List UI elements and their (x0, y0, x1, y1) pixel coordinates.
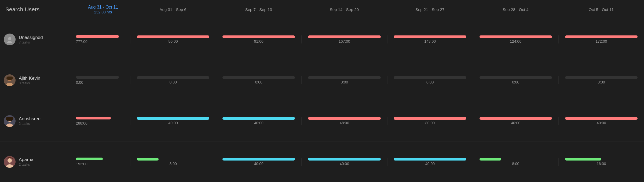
week-cell-anushsree-3: 80:00 (387, 117, 473, 125)
user-name-aparna: Aparna (19, 157, 34, 162)
total-date-cell: Aug 31 - Oct 11 232:00 hrs (74, 0, 130, 19)
week-hours-ajith-1: 0:00 (255, 80, 262, 84)
svg-rect-6 (6, 77, 13, 80)
week-bar-container-aparna-1 (222, 158, 295, 161)
week-bar-aparna-2 (308, 158, 380, 161)
week-cell-anushsree-5: 40:00 (558, 117, 644, 125)
week-cell-unassigned-1: 91:00 (216, 35, 301, 43)
week-bar-ajith-1 (222, 76, 295, 79)
user-row-aparna: Aparna 2 tasks 152:00 8:00 (0, 141, 644, 182)
week-hours-unassigned-3: 143:00 (424, 39, 436, 43)
total-bar-fill-aparna (76, 158, 103, 160)
svg-point-13 (10, 120, 11, 121)
week-bar-container-ajith-3 (394, 76, 466, 79)
total-bar-unassigned (76, 35, 124, 38)
week-cell-aparna-1: 40:00 (216, 158, 301, 166)
week-bar-unassigned-4 (480, 35, 552, 38)
week-bar-unassigned-2 (308, 35, 380, 38)
week-cell-unassigned-5: 172:00 (558, 35, 644, 43)
week-header-1: Sep 7 - Sep 13 (216, 7, 301, 12)
week-header-0: Aug 31 - Sep 6 (130, 7, 216, 12)
week-bar-container-ajith-5 (565, 76, 638, 79)
user-row-unassigned: Unassigned 7 tasks 777:00 80:00 (0, 19, 644, 60)
app-container: Search Users Aug 31 - Oct 11 232:00 hrs … (0, 0, 644, 182)
week-cell-ajith-3: 0:00 (387, 76, 473, 84)
total-date-range: Aug 31 - Oct 11 (88, 5, 118, 10)
week-hours-unassigned-0: 80:00 (169, 39, 178, 43)
total-bar-fill-ajith (76, 76, 119, 79)
avatar-unassigned (4, 34, 16, 45)
week-hours-ajith-0: 0:00 (169, 80, 177, 84)
search-users-label[interactable]: Search Users (5, 6, 39, 13)
week-cell-unassigned-0: 80:00 (130, 35, 216, 43)
week-hours-anushsree-0: 40:00 (169, 121, 178, 125)
week-cell-anushsree-4: 40:00 (473, 117, 558, 125)
week-bar-container-aparna-4 (480, 158, 552, 161)
week-hours-aparna-1: 40:00 (254, 162, 264, 166)
week-bar-aparna-4 (480, 158, 501, 161)
week-bar-container-anushsree-5 (565, 117, 638, 120)
user-name-unassigned: Unassigned (19, 35, 43, 40)
week-bar-container-unassigned-2 (308, 35, 380, 38)
week-hours-anushsree-1: 40:00 (254, 121, 264, 125)
week-bar-anushsree-4 (480, 117, 552, 120)
total-hours-aparna: 152:00 (76, 162, 87, 166)
week-bar-ajith-5 (565, 76, 638, 79)
week-hours-anushsree-3: 80:00 (425, 121, 435, 125)
total-hours-unassigned: 777:00 (76, 39, 87, 44)
week-hours-ajith-4: 0:00 (512, 80, 519, 84)
week-bar-ajith-3 (394, 76, 466, 79)
week-bar-anushsree-2 (308, 117, 380, 120)
svg-rect-10 (6, 117, 13, 121)
week-bar-anushsree-1 (222, 117, 295, 120)
week-bar-anushsree-3 (394, 117, 466, 120)
week-bar-container-anushsree-3 (394, 117, 466, 120)
svg-point-15 (8, 158, 12, 163)
week-bar-aparna-0 (137, 158, 159, 161)
avatar-ajith (4, 74, 16, 86)
user-text-anushsree: Anushsree 2 tasks (19, 116, 41, 126)
user-total-anushsree: 288:00 (74, 117, 130, 125)
week-hours-ajith-5: 0:00 (598, 80, 605, 84)
week-bar-unassigned-3 (394, 35, 466, 38)
week-bar-anushsree-5 (565, 117, 638, 120)
week-hours-unassigned-5: 172:00 (596, 39, 607, 43)
week-cells-anushsree: 40:00 40:00 48:00 (130, 117, 644, 125)
search-users-cell: Search Users (0, 0, 74, 19)
week-bar-container-ajith-0 (137, 76, 209, 79)
week-hours-ajith-2: 0:00 (341, 80, 348, 84)
week-bar-container-aparna-2 (308, 158, 380, 161)
user-tasks-aparna: 2 tasks (19, 162, 34, 166)
week-bar-container-unassigned-5 (565, 35, 638, 38)
user-tasks-anushsree: 2 tasks (19, 122, 41, 126)
week-hours-anushsree-4: 40:00 (511, 121, 520, 125)
week-bar-anushsree-0 (137, 117, 209, 120)
total-hours: 232:00 hrs (94, 10, 112, 14)
week-hours-unassigned-1: 91:00 (254, 39, 264, 43)
week-bar-aparna-5 (565, 158, 601, 161)
week-cell-unassigned-3: 143:00 (387, 35, 473, 43)
total-bar-fill-anushsree (76, 117, 111, 119)
total-hours-anushsree: 288:00 (76, 121, 87, 125)
week-hours-anushsree-5: 40:00 (597, 121, 606, 125)
total-bar-ajith (76, 76, 124, 79)
week-cell-ajith-5: 0:00 (558, 76, 644, 84)
week-cell-ajith-4: 0:00 (473, 76, 558, 84)
week-cell-aparna-5: 16:00 (558, 158, 644, 166)
svg-rect-11 (7, 120, 12, 121)
week-bar-container-unassigned-0 (137, 35, 209, 38)
week-hours-unassigned-4: 124:00 (510, 39, 521, 43)
week-cell-aparna-3: 40:00 (387, 158, 473, 166)
week-cell-ajith-1: 0:00 (216, 76, 301, 84)
week-cells-unassigned: 80:00 91:00 167:00 (130, 35, 644, 43)
svg-point-0 (8, 37, 11, 40)
week-bar-container-ajith-4 (480, 76, 552, 79)
user-total-unassigned: 777:00 (74, 35, 130, 44)
week-hours-aparna-0: 8:00 (169, 162, 177, 166)
user-info-unassigned: Unassigned 7 tasks (0, 34, 74, 45)
svg-point-1 (7, 41, 12, 43)
week-bar-container-aparna-3 (394, 158, 466, 161)
user-total-ajith: 0:00 (74, 76, 130, 85)
week-cells-ajith: 0:00 0:00 0:00 (130, 76, 644, 84)
week-cell-aparna-4: 8:00 (473, 158, 558, 166)
